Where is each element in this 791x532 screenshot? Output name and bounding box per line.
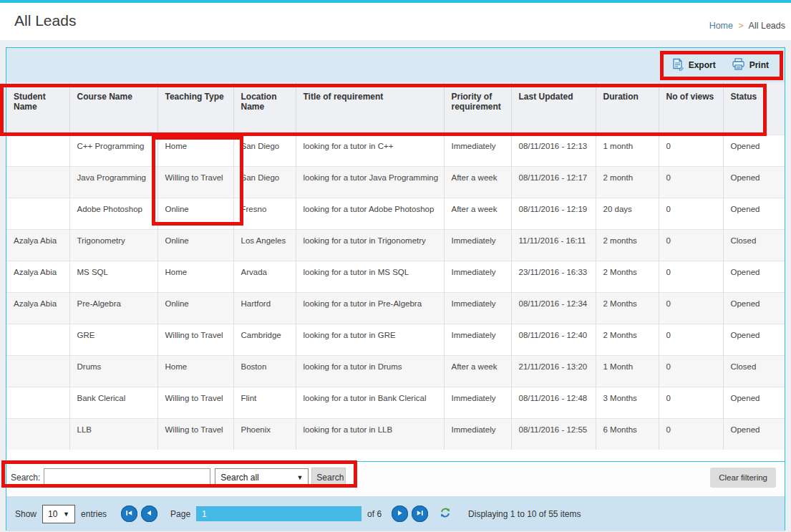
- table-cell: 20 days: [596, 198, 659, 229]
- table-cell: Adobe Photoshop: [69, 198, 157, 229]
- table-cell: 0: [659, 135, 723, 166]
- table-cell: 0: [659, 166, 723, 198]
- table-cell: Azalya Abia: [6, 229, 69, 261]
- table-row[interactable]: C++ ProgrammingHomeSan Diegolooking for …: [6, 135, 785, 166]
- table-cell: 6 Months: [596, 418, 659, 450]
- column-header: Last Updated: [511, 82, 596, 135]
- table-cell: 0: [659, 387, 723, 418]
- table-cell: looking for a tutor in GRE: [296, 324, 444, 355]
- table-cell: Flint: [233, 387, 296, 418]
- column-header: Title of requirement: [296, 82, 444, 135]
- column-header: Status: [723, 82, 785, 135]
- table-cell: Immediately: [444, 261, 511, 292]
- search-filter-selected-value: Search all: [220, 473, 258, 483]
- entries-selected-value: 10: [48, 509, 57, 519]
- table-cell: Java Programming: [69, 166, 157, 198]
- column-header: Course Name: [69, 82, 157, 135]
- table-cell: 08/11/2016 - 12:40: [511, 324, 596, 355]
- table-row[interactable]: Azalya AbiaMS SQLHomeArvadalooking for a…: [6, 261, 785, 292]
- table-cell: Willing to Travel: [157, 418, 233, 450]
- table-cell: 0: [659, 292, 723, 324]
- table-cell: 08/11/2016 - 12:55: [511, 418, 596, 450]
- table-row[interactable]: Bank ClericalWilling to TravelFlintlooki…: [6, 387, 785, 418]
- first-page-button[interactable]: [121, 506, 137, 522]
- table-row[interactable]: Java ProgrammingWilling to TravelSan Die…: [6, 166, 785, 198]
- table-cell: Immediately: [444, 135, 511, 166]
- table-cell: San Diego: [233, 166, 296, 198]
- column-header: Priority of requirement: [444, 82, 511, 135]
- skip-to-last-icon: [416, 509, 424, 519]
- table-cell: 1 Month: [596, 355, 659, 387]
- table-row[interactable]: DrumsHomeBostonlooking for a tutor in Dr…: [6, 355, 785, 387]
- previous-page-button[interactable]: [141, 506, 157, 522]
- table-cell: Azalya Abia: [6, 292, 69, 324]
- table-cell: 2 months: [596, 229, 659, 261]
- print-button-label: Print: [749, 60, 769, 70]
- table-cell: Willing to Travel: [157, 387, 233, 418]
- table-cell: Closed: [723, 355, 785, 387]
- column-header: Teaching Type: [157, 82, 233, 135]
- export-button[interactable]: Export: [672, 58, 716, 73]
- next-page-button[interactable]: [392, 506, 408, 522]
- table-cell: After a week: [444, 355, 511, 387]
- table-row[interactable]: Azalya AbiaPre-AlgebraOnlineHartfordlook…: [6, 292, 785, 324]
- pagination-bar: Show 10 ▼ entries Page of 6: [6, 496, 785, 531]
- search-button[interactable]: Search: [311, 468, 346, 488]
- table-row[interactable]: GREWilling to TravelCambridgelooking for…: [6, 324, 785, 355]
- table-cell: 23/11/2016 - 16:33: [511, 261, 596, 292]
- table-row[interactable]: LLBWilling to TravelPhoenixlooking for a…: [6, 418, 785, 450]
- table-cell: [6, 418, 69, 450]
- table-cell: MS SQL: [69, 261, 157, 292]
- table-toolbar: Export Print: [6, 48, 785, 82]
- print-button[interactable]: Print: [732, 58, 769, 72]
- table-cell: looking for a tutor in Drums: [296, 355, 444, 387]
- search-label: Search:: [11, 473, 40, 483]
- page-number-input[interactable]: [196, 506, 361, 521]
- last-page-button[interactable]: [412, 506, 428, 522]
- table-cell: Drums: [69, 355, 157, 387]
- table-header-row: Student NameCourse NameTeaching TypeLoca…: [6, 82, 785, 135]
- table-cell: 0: [659, 198, 723, 229]
- table-cell: Cambridge: [233, 324, 296, 355]
- table-cell: Pre-Algebra: [69, 292, 157, 324]
- table-cell: [6, 198, 69, 229]
- table-cell: looking for a tutor Adobe Photoshop: [296, 198, 444, 229]
- table-cell: Arvada: [233, 261, 296, 292]
- table-cell: C++ Programming: [69, 135, 157, 166]
- column-header: No of views: [659, 82, 723, 135]
- refresh-arrows-icon: [440, 507, 451, 521]
- table-cell: 1 month: [596, 135, 659, 166]
- table-cell: Fresno: [233, 198, 296, 229]
- search-input[interactable]: [44, 468, 210, 487]
- table-row[interactable]: Azalya AbiaTrigonometryOnlineLos Angeles…: [6, 229, 785, 261]
- export-button-label: Export: [689, 60, 716, 70]
- table-cell: Online: [157, 229, 233, 261]
- table-row[interactable]: Adobe PhotoshopOnlineFresnolooking for a…: [6, 198, 785, 229]
- table-cell: Online: [157, 198, 233, 229]
- breadcrumb-separator: >: [738, 21, 743, 31]
- table-cell: Online: [157, 292, 233, 324]
- table-cell: LLB: [69, 418, 157, 450]
- entries-label: entries: [81, 509, 107, 519]
- column-header: Duration: [596, 82, 659, 135]
- table-cell: Opened: [723, 387, 785, 418]
- table-cell: Los Angeles: [233, 229, 296, 261]
- breadcrumb-home-link[interactable]: Home: [709, 21, 733, 31]
- table-cell: Boston: [233, 355, 296, 387]
- table-cell: Opened: [723, 418, 785, 450]
- table-cell: 21/11/2016 - 13:20: [511, 355, 596, 387]
- table-cell: After a week: [444, 166, 511, 198]
- column-header: Student Name: [6, 82, 69, 135]
- clear-filtering-button[interactable]: Clear filtering: [710, 468, 776, 488]
- leads-table: Student NameCourse NameTeaching TypeLoca…: [6, 82, 785, 450]
- table-cell: [6, 135, 69, 166]
- table-cell: Hartford: [233, 292, 296, 324]
- table-cell: 0: [659, 261, 723, 292]
- table-cell: [6, 387, 69, 418]
- page-total-label: of 6: [367, 509, 382, 519]
- table-cell: 0: [659, 355, 723, 387]
- search-filter-select[interactable]: Search all ▼: [215, 468, 309, 487]
- refresh-button[interactable]: [440, 507, 451, 521]
- table-cell: [6, 324, 69, 355]
- entries-per-page-select[interactable]: 10 ▼: [42, 505, 75, 523]
